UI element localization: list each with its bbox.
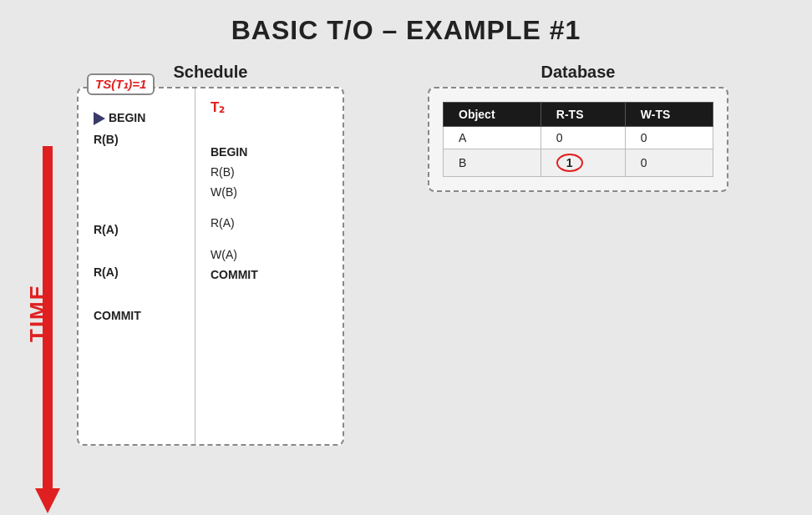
database-box: Object R-TS W-TS A 0 0 B 1	[428, 87, 728, 192]
t2-begin: BEGIN	[211, 143, 319, 163]
t2-commit: COMMIT	[211, 265, 319, 285]
t2-wb: W(B)	[211, 183, 319, 203]
svg-marker-1	[35, 488, 60, 513]
t1-begin: BEGIN	[109, 109, 145, 129]
t1-begin-arrow: BEGIN	[94, 109, 185, 129]
col-header-wts: W-TS	[625, 103, 713, 127]
col-header-object: Object	[444, 103, 541, 127]
t1-commit: COMMIT	[94, 306, 185, 326]
schedule-box: TS(T₁)=1 BEGIN R(B) R(A) R(A)	[77, 87, 344, 446]
t1-ra1: R(A)	[94, 220, 185, 240]
t1-column: BEGIN R(B) R(A) R(A) COMMIT	[79, 88, 195, 444]
database-label: Database	[428, 63, 728, 82]
t2-rb: R(B)	[211, 163, 319, 183]
page-title: BASIC T/O – EXAMPLE #1	[0, 0, 812, 54]
t2-column: T₂ BEGIN R(B) W(B) R(A) W(A) COMMIT	[195, 88, 329, 444]
t1-ra2: R(A)	[94, 263, 185, 283]
highlight-oval: 1	[556, 154, 583, 172]
row-b-object: B	[444, 149, 541, 177]
row-b-rts: 1	[540, 149, 625, 177]
time-label: TIME	[25, 163, 51, 463]
row-a-wts: 0	[625, 127, 713, 149]
database-section: Database Object R-TS W-TS A 0 0	[428, 63, 728, 192]
t2-ra: R(A)	[211, 214, 319, 234]
t1-rb: R(B)	[94, 130, 185, 150]
table-row: A 0 0	[444, 127, 713, 149]
t2-header: T₂	[211, 98, 319, 116]
row-a-object: A	[444, 127, 541, 149]
row-b-wts: 0	[625, 149, 713, 177]
row-a-rts: 0	[540, 127, 625, 149]
ts-badge: TS(T₁)=1	[87, 73, 155, 95]
arrow-right-icon	[94, 112, 105, 125]
col-header-rts: R-TS	[540, 103, 625, 127]
t2-wa: W(A)	[211, 245, 319, 265]
table-row: B 1 0	[444, 149, 713, 177]
db-table: Object R-TS W-TS A 0 0 B 1	[443, 102, 713, 177]
